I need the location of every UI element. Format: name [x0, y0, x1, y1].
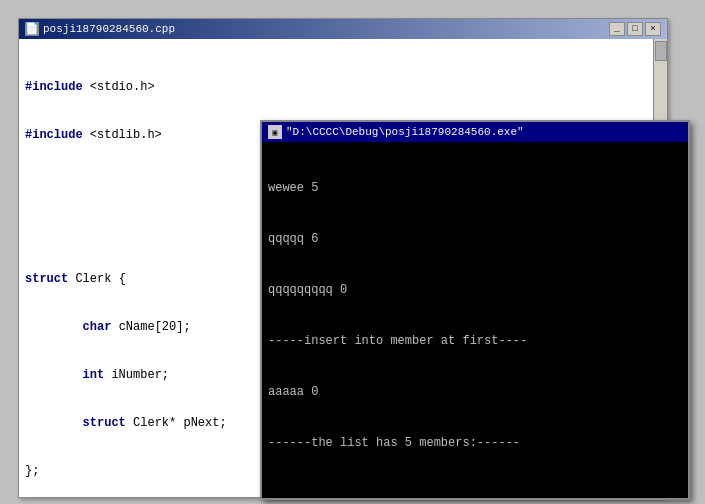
console-content: wewee 5 qqqqq 6 qqqqqqqqq 0 -----insert …	[262, 142, 688, 498]
editor-maximize-button[interactable]: □	[627, 22, 643, 36]
code-line: #include <stdio.h>	[25, 79, 661, 95]
console-titlebar: ▣ "D:\CCCC\Debug\posji18790284560.exe"	[262, 122, 688, 142]
scrollbar-thumb[interactable]	[655, 41, 667, 61]
console-line-5: aaaaa 0	[268, 384, 682, 401]
console-line-2: qqqqq 6	[268, 231, 682, 248]
console-line-6: ------the list has 5 members:------	[268, 435, 682, 452]
console-window: ▣ "D:\CCCC\Debug\posji18790284560.exe" w…	[260, 120, 690, 500]
console-line-7	[268, 486, 682, 498]
console-line-1: wewee 5	[268, 180, 682, 197]
editor-minimize-button[interactable]: _	[609, 22, 625, 36]
console-line-4: -----insert into member at first----	[268, 333, 682, 350]
console-titlebar-left: ▣ "D:\CCCC\Debug\posji18790284560.exe"	[268, 125, 524, 139]
console-title: "D:\CCCC\Debug\posji18790284560.exe"	[286, 126, 524, 138]
editor-close-button[interactable]: ×	[645, 22, 661, 36]
editor-titlebar: 📄 posji18790284560.cpp _ □ ×	[19, 19, 667, 39]
console-icon: ▣	[268, 125, 282, 139]
editor-titlebar-left: 📄 posji18790284560.cpp	[25, 22, 175, 36]
editor-title: posji18790284560.cpp	[43, 23, 175, 35]
editor-file-icon: 📄	[25, 22, 39, 36]
console-line-3: qqqqqqqqq 0	[268, 282, 682, 299]
editor-window-controls: _ □ ×	[609, 22, 661, 36]
